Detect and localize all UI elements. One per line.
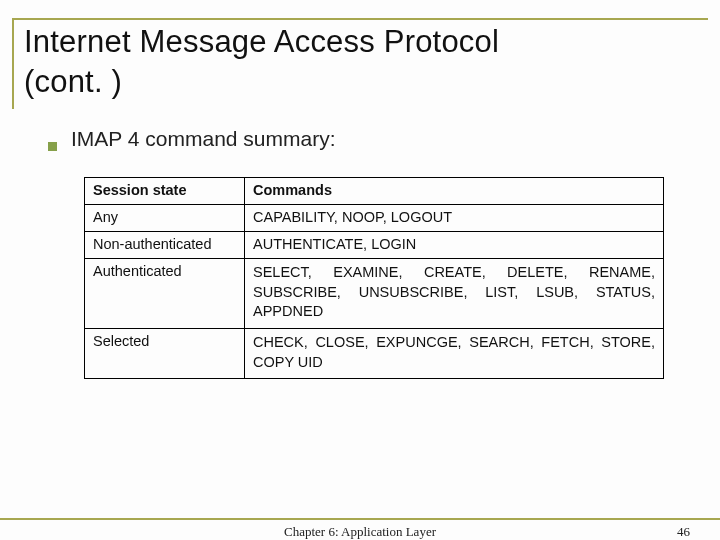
cell-state: Authenticated xyxy=(85,259,245,329)
cell-state: Non-authenticated xyxy=(85,232,245,259)
header-session-state: Session state xyxy=(85,178,245,205)
cell-commands: CAPABILITY, NOOP, LOGOUT xyxy=(245,205,664,232)
table-header-row: Session state Commands xyxy=(85,178,664,205)
title-block: Internet Message Access Protocol (cont. … xyxy=(12,18,708,109)
table-row: Selected CHECK, CLOSE, EXPUNCGE, SEARCH,… xyxy=(85,329,664,379)
slide-title: Internet Message Access Protocol (cont. … xyxy=(24,22,708,101)
footer-inner: Chapter 6: Application Layer 46 xyxy=(0,524,720,540)
header-commands: Commands xyxy=(245,178,664,205)
cell-commands: AUTHENTICATE, LOGIN xyxy=(245,232,664,259)
title-line-2: (cont. ) xyxy=(24,64,122,99)
command-table: Session state Commands Any CAPABILITY, N… xyxy=(84,177,664,379)
slide: Internet Message Access Protocol (cont. … xyxy=(0,18,720,540)
table-row: Any CAPABILITY, NOOP, LOGOUT xyxy=(85,205,664,232)
title-line-1: Internet Message Access Protocol xyxy=(24,24,499,59)
bullet-item: IMAP 4 command summary: xyxy=(48,127,680,151)
square-bullet-icon xyxy=(48,142,57,151)
command-table-wrap: Session state Commands Any CAPABILITY, N… xyxy=(84,177,670,379)
table-row: Authenticated SELECT, EXAMINE, CREATE, D… xyxy=(85,259,664,329)
cell-commands: SELECT, EXAMINE, CREATE, DELETE, RENAME,… xyxy=(245,259,664,329)
content-area: IMAP 4 command summary: Session state Co… xyxy=(0,109,720,379)
footer-chapter: Chapter 6: Application Layer xyxy=(284,524,436,540)
cell-commands: CHECK, CLOSE, EXPUNCGE, SEARCH, FETCH, S… xyxy=(245,329,664,379)
footer: Chapter 6: Application Layer 46 xyxy=(0,518,720,540)
cell-state: Any xyxy=(85,205,245,232)
bullet-text: IMAP 4 command summary: xyxy=(71,127,336,151)
cell-state: Selected xyxy=(85,329,245,379)
table-row: Non-authenticated AUTHENTICATE, LOGIN xyxy=(85,232,664,259)
footer-page-number: 46 xyxy=(677,524,690,540)
